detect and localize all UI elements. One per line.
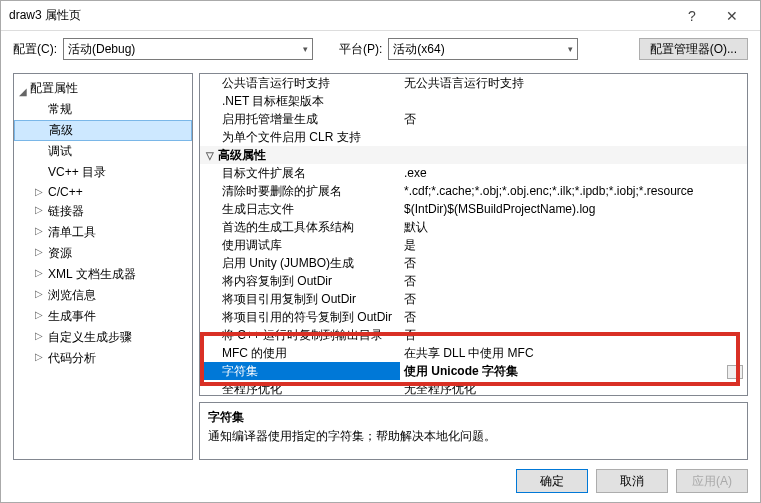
window-title: draw3 属性页 (9, 7, 672, 24)
tree-item[interactable]: 高级 (14, 120, 192, 141)
tree-item[interactable]: ▷生成事件 (14, 306, 192, 327)
tree-item-label: 常规 (48, 102, 72, 116)
grid-row[interactable]: 清除时要删除的扩展名*.cdf;*.cache;*.obj;*.obj.enc;… (200, 182, 747, 200)
grid-key: 为单个文件启用 CLR 支持 (200, 128, 400, 146)
grid-value: 否 (400, 272, 747, 290)
grid-row[interactable]: 启用托管增量生成否 (200, 110, 747, 128)
grid-row[interactable]: 首选的生成工具体系结构默认 (200, 218, 747, 236)
tree-item-label: 生成事件 (48, 309, 96, 323)
grid-value (400, 146, 747, 164)
grid-value: 否 (400, 110, 747, 128)
description-text: 通知编译器使用指定的字符集；帮助解决本地化问题。 (208, 428, 739, 445)
grid-value (400, 92, 747, 110)
grid-key: 公共语言运行时支持 (200, 74, 400, 92)
grid-row[interactable]: 字符集使用 Unicode 字符集 (200, 362, 747, 380)
grid-row[interactable]: 启用 Unity (JUMBO)生成否 (200, 254, 747, 272)
grid-row[interactable]: 将项目引用的符号复制到 OutDir否 (200, 308, 747, 326)
expand-arrow-icon: ▷ (34, 225, 44, 236)
grid-group-header[interactable]: ▽高级属性 (200, 146, 747, 164)
tree-root[interactable]: ◢配置属性 (14, 78, 192, 99)
grid-value: 是 (400, 236, 747, 254)
grid-key: 生成日志文件 (200, 200, 400, 218)
tree-item[interactable]: ▷链接器 (14, 201, 192, 222)
tree-item[interactable]: ▷清单工具 (14, 222, 192, 243)
grid-value: 无公共语言运行时支持 (400, 74, 747, 92)
tree-item-label: VC++ 目录 (48, 165, 106, 179)
config-select[interactable]: 活动(Debug) ▾ (63, 38, 313, 60)
property-page-window: draw3 属性页 ? ✕ 配置(C): 活动(Debug) ▾ 平台(P): … (0, 0, 761, 503)
cancel-button[interactable]: 取消 (596, 469, 668, 493)
expand-arrow-icon: ▷ (34, 330, 44, 341)
tree-item-label: 调试 (48, 144, 72, 158)
expand-arrow-icon: ▷ (34, 246, 44, 257)
grid-key: 将项目引用复制到 OutDir (200, 290, 400, 308)
help-button[interactable]: ? (672, 1, 712, 30)
grid-key: 启用 Unity (JUMBO)生成 (200, 254, 400, 272)
grid-value: .exe (400, 164, 747, 182)
apply-button[interactable]: 应用(A) (676, 469, 748, 493)
tree-item[interactable]: VC++ 目录 (14, 162, 192, 183)
footer: 确定 取消 应用(A) (1, 460, 760, 502)
ok-button[interactable]: 确定 (516, 469, 588, 493)
collapse-arrow-icon: ▽ (206, 147, 218, 164)
grid-key: 使用调试库 (200, 236, 400, 254)
expand-arrow-icon: ▷ (34, 288, 44, 299)
grid-value: $(IntDir)$(MSBuildProjectName).log (400, 200, 747, 218)
grid-row[interactable]: 将 C++ 运行时复制到输出目录否 (200, 326, 747, 344)
grid-value: 无全程序优化 (400, 380, 747, 396)
expand-arrow-icon: ▷ (34, 204, 44, 215)
tree-item[interactable]: ▷浏览信息 (14, 285, 192, 306)
tree-item[interactable]: 常规 (14, 99, 192, 120)
grid-key: 将 C++ 运行时复制到输出目录 (200, 326, 400, 344)
grid-row[interactable]: MFC 的使用在共享 DLL 中使用 MFC (200, 344, 747, 362)
grid-row[interactable]: 公共语言运行时支持无公共语言运行时支持 (200, 74, 747, 92)
tree-item[interactable]: ▷代码分析 (14, 348, 192, 369)
grid-row[interactable]: 将内容复制到 OutDir否 (200, 272, 747, 290)
property-grid[interactable]: 公共语言运行时支持无公共语言运行时支持.NET 目标框架版本启用托管增量生成否为… (199, 73, 748, 396)
tree-item-label: 清单工具 (48, 225, 96, 239)
tree-item[interactable]: ▷资源 (14, 243, 192, 264)
grid-value[interactable]: 使用 Unicode 字符集 (400, 362, 747, 380)
titlebar: draw3 属性页 ? ✕ (1, 1, 760, 31)
tree[interactable]: ◢配置属性 常规高级调试VC++ 目录▷C/C++▷链接器▷清单工具▷资源▷XM… (13, 73, 193, 460)
chevron-down-icon: ▾ (568, 44, 573, 54)
description-panel: 字符集 通知编译器使用指定的字符集；帮助解决本地化问题。 (199, 402, 748, 460)
expand-arrow-icon: ◢ (18, 86, 28, 97)
grid-value: 在共享 DLL 中使用 MFC (400, 344, 747, 362)
grid-row[interactable]: 将项目引用复制到 OutDir否 (200, 290, 747, 308)
grid-key: 全程序优化 (200, 380, 400, 396)
grid-key: 启用托管增量生成 (200, 110, 400, 128)
grid-row[interactable]: 为单个文件启用 CLR 支持 (200, 128, 747, 146)
grid-value (400, 128, 747, 146)
platform-select[interactable]: 活动(x64) ▾ (388, 38, 578, 60)
grid-value: 否 (400, 290, 747, 308)
tree-item[interactable]: ▷XML 文档生成器 (14, 264, 192, 285)
close-button[interactable]: ✕ (712, 1, 752, 30)
chevron-down-icon: ▾ (303, 44, 308, 54)
tree-item[interactable]: 调试 (14, 141, 192, 162)
expand-arrow-icon: ▷ (34, 186, 44, 197)
grid-key: 将内容复制到 OutDir (200, 272, 400, 290)
grid-row[interactable]: 全程序优化无全程序优化 (200, 380, 747, 396)
tree-item-label: 链接器 (48, 204, 84, 218)
grid-key: .NET 目标框架版本 (200, 92, 400, 110)
config-label: 配置(C): (13, 41, 57, 58)
grid-key: ▽高级属性 (200, 146, 400, 164)
grid-row[interactable]: .NET 目标框架版本 (200, 92, 747, 110)
expand-arrow-icon: ▷ (34, 351, 44, 362)
grid-value: 默认 (400, 218, 747, 236)
expand-arrow-icon: ▷ (34, 267, 44, 278)
grid-key: MFC 的使用 (200, 344, 400, 362)
grid-row[interactable]: 目标文件扩展名.exe (200, 164, 747, 182)
config-manager-button[interactable]: 配置管理器(O)... (639, 38, 748, 60)
tree-item-label: 自定义生成步骤 (48, 330, 132, 344)
tree-item[interactable]: ▷自定义生成步骤 (14, 327, 192, 348)
tree-item[interactable]: ▷C/C++ (14, 183, 192, 201)
description-title: 字符集 (208, 409, 739, 426)
grid-key: 目标文件扩展名 (200, 164, 400, 182)
grid-row[interactable]: 生成日志文件$(IntDir)$(MSBuildProjectName).log (200, 200, 747, 218)
grid-row[interactable]: 使用调试库是 (200, 236, 747, 254)
grid-value: 否 (400, 308, 747, 326)
toolbar: 配置(C): 活动(Debug) ▾ 平台(P): 活动(x64) ▾ 配置管理… (1, 31, 760, 67)
tree-item-label: 高级 (49, 123, 73, 137)
